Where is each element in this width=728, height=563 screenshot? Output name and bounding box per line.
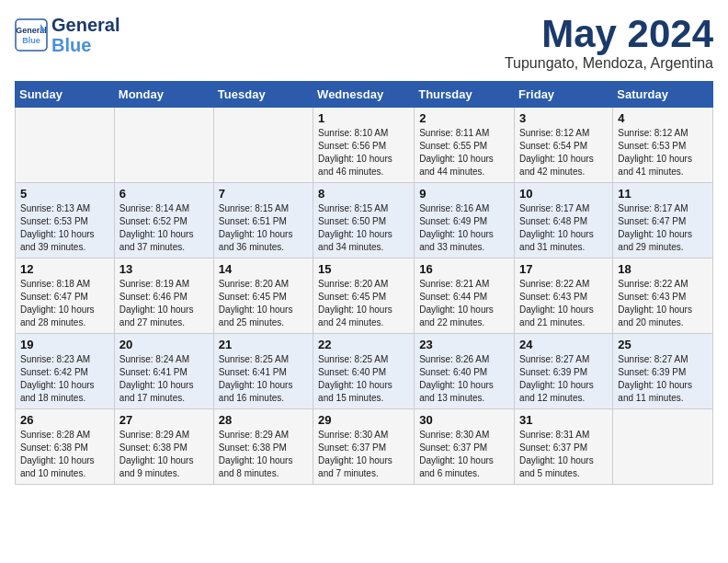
day-number: 24 xyxy=(519,338,608,351)
calendar-cell: 1Sunrise: 8:10 AMSunset: 6:56 PMDaylight… xyxy=(313,108,415,183)
day-info: Sunrise: 8:27 AMSunset: 6:39 PMDaylight:… xyxy=(519,353,608,405)
week-row-4: 19Sunrise: 8:23 AMSunset: 6:42 PMDayligh… xyxy=(16,334,713,409)
calendar-cell: 20Sunrise: 8:24 AMSunset: 6:41 PMDayligh… xyxy=(114,334,213,409)
day-number: 13 xyxy=(119,262,209,276)
day-number: 14 xyxy=(219,262,308,276)
day-info: Sunrise: 8:20 AMSunset: 6:45 PMDaylight:… xyxy=(318,278,409,329)
day-info: Sunrise: 8:12 AMSunset: 6:53 PMDaylight:… xyxy=(618,127,708,178)
day-number: 6 xyxy=(119,187,209,201)
day-number: 17 xyxy=(519,262,608,276)
day-number: 10 xyxy=(519,187,608,201)
calendar-cell: 17Sunrise: 8:22 AMSunset: 6:43 PMDayligh… xyxy=(515,259,613,334)
col-header-monday: Monday xyxy=(114,82,213,108)
day-info: Sunrise: 8:27 AMSunset: 6:39 PMDaylight:… xyxy=(618,353,708,405)
day-info: Sunrise: 8:22 AMSunset: 6:43 PMDaylight:… xyxy=(618,278,708,329)
day-number: 1 xyxy=(318,111,409,125)
week-row-1: 1Sunrise: 8:10 AMSunset: 6:56 PMDaylight… xyxy=(16,108,713,183)
col-header-sunday: Sunday xyxy=(16,82,115,108)
calendar-cell: 4Sunrise: 8:12 AMSunset: 6:53 PMDaylight… xyxy=(613,108,713,183)
calendar-cell: 27Sunrise: 8:29 AMSunset: 6:38 PMDayligh… xyxy=(114,409,213,485)
day-number: 27 xyxy=(119,413,209,427)
col-header-friday: Friday xyxy=(515,82,613,108)
day-info: Sunrise: 8:13 AMSunset: 6:53 PMDaylight:… xyxy=(20,202,109,254)
col-header-saturday: Saturday xyxy=(613,82,713,108)
day-info: Sunrise: 8:31 AMSunset: 6:37 PMDaylight:… xyxy=(519,429,608,480)
day-info: Sunrise: 8:28 AMSunset: 6:38 PMDaylight:… xyxy=(20,429,109,480)
logo-blue: Blue xyxy=(51,35,119,55)
day-number: 11 xyxy=(618,187,708,201)
day-info: Sunrise: 8:24 AMSunset: 6:41 PMDaylight:… xyxy=(119,353,209,405)
day-info: Sunrise: 8:15 AMSunset: 6:50 PMDaylight:… xyxy=(318,202,409,254)
day-info: Sunrise: 8:25 AMSunset: 6:41 PMDaylight:… xyxy=(219,353,308,405)
day-info: Sunrise: 8:30 AMSunset: 6:37 PMDaylight:… xyxy=(318,429,409,480)
day-number: 2 xyxy=(419,111,509,125)
day-number: 30 xyxy=(419,413,509,427)
calendar-cell: 10Sunrise: 8:17 AMSunset: 6:48 PMDayligh… xyxy=(515,183,613,259)
day-number: 20 xyxy=(119,338,209,351)
svg-text:Blue: Blue xyxy=(22,36,40,45)
day-number: 31 xyxy=(519,413,608,427)
calendar-cell: 24Sunrise: 8:27 AMSunset: 6:39 PMDayligh… xyxy=(515,334,613,409)
day-info: Sunrise: 8:15 AMSunset: 6:51 PMDaylight:… xyxy=(219,202,308,254)
day-info: Sunrise: 8:22 AMSunset: 6:43 PMDaylight:… xyxy=(519,278,608,329)
day-number: 21 xyxy=(219,338,308,351)
day-info: Sunrise: 8:29 AMSunset: 6:38 PMDaylight:… xyxy=(119,429,209,480)
logo-icon: General Blue xyxy=(15,18,48,52)
day-number: 23 xyxy=(419,338,509,351)
day-info: Sunrise: 8:19 AMSunset: 6:46 PMDaylight:… xyxy=(119,278,209,329)
calendar-table: SundayMondayTuesdayWednesdayThursdayFrid… xyxy=(15,81,713,485)
day-info: Sunrise: 8:17 AMSunset: 6:47 PMDaylight:… xyxy=(618,202,708,254)
calendar-cell xyxy=(213,108,313,183)
calendar-cell: 5Sunrise: 8:13 AMSunset: 6:53 PMDaylight… xyxy=(16,183,115,259)
day-info: Sunrise: 8:26 AMSunset: 6:40 PMDaylight:… xyxy=(419,353,509,405)
day-info: Sunrise: 8:18 AMSunset: 6:47 PMDaylight:… xyxy=(20,278,109,329)
day-number: 4 xyxy=(618,111,708,125)
calendar-cell: 31Sunrise: 8:31 AMSunset: 6:37 PMDayligh… xyxy=(515,409,613,485)
day-number: 26 xyxy=(20,413,109,427)
calendar-cell: 30Sunrise: 8:30 AMSunset: 6:37 PMDayligh… xyxy=(415,409,515,485)
logo: General Blue General Blue xyxy=(15,15,119,55)
calendar-cell: 16Sunrise: 8:21 AMSunset: 6:44 PMDayligh… xyxy=(415,259,515,334)
calendar-cell: 21Sunrise: 8:25 AMSunset: 6:41 PMDayligh… xyxy=(213,334,313,409)
calendar-cell: 11Sunrise: 8:17 AMSunset: 6:47 PMDayligh… xyxy=(613,183,713,259)
day-info: Sunrise: 8:21 AMSunset: 6:44 PMDaylight:… xyxy=(419,278,509,329)
day-number: 29 xyxy=(318,413,409,427)
day-info: Sunrise: 8:14 AMSunset: 6:52 PMDaylight:… xyxy=(119,202,209,254)
calendar-cell: 6Sunrise: 8:14 AMSunset: 6:52 PMDaylight… xyxy=(114,183,213,259)
week-row-3: 12Sunrise: 8:18 AMSunset: 6:47 PMDayligh… xyxy=(16,259,713,334)
title-block: May 2024 Tupungato, Mendoza, Argentina xyxy=(505,15,713,72)
month-title: May 2024 xyxy=(505,15,713,53)
calendar-cell xyxy=(16,108,115,183)
calendar-cell: 3Sunrise: 8:12 AMSunset: 6:54 PMDaylight… xyxy=(515,108,613,183)
day-number: 8 xyxy=(318,187,409,201)
calendar-cell: 13Sunrise: 8:19 AMSunset: 6:46 PMDayligh… xyxy=(114,259,213,334)
day-number: 9 xyxy=(419,187,509,201)
calendar-cell xyxy=(613,409,713,485)
calendar-cell: 29Sunrise: 8:30 AMSunset: 6:37 PMDayligh… xyxy=(313,409,415,485)
calendar-cell: 12Sunrise: 8:18 AMSunset: 6:47 PMDayligh… xyxy=(16,259,115,334)
day-number: 19 xyxy=(20,338,109,351)
calendar-cell: 25Sunrise: 8:27 AMSunset: 6:39 PMDayligh… xyxy=(613,334,713,409)
day-number: 15 xyxy=(318,262,409,276)
day-number: 7 xyxy=(219,187,308,201)
day-number: 22 xyxy=(318,338,409,351)
calendar-cell: 2Sunrise: 8:11 AMSunset: 6:55 PMDaylight… xyxy=(415,108,515,183)
calendar-cell: 28Sunrise: 8:29 AMSunset: 6:38 PMDayligh… xyxy=(213,409,313,485)
day-info: Sunrise: 8:10 AMSunset: 6:56 PMDaylight:… xyxy=(318,127,409,178)
day-info: Sunrise: 8:23 AMSunset: 6:42 PMDaylight:… xyxy=(20,353,109,405)
calendar-cell: 14Sunrise: 8:20 AMSunset: 6:45 PMDayligh… xyxy=(213,259,313,334)
calendar-cell: 22Sunrise: 8:25 AMSunset: 6:40 PMDayligh… xyxy=(313,334,415,409)
location: Tupungato, Mendoza, Argentina xyxy=(505,55,713,72)
page-header: General Blue General Blue May 2024 Tupun… xyxy=(15,15,713,72)
day-number: 25 xyxy=(618,338,708,351)
col-header-tuesday: Tuesday xyxy=(213,82,313,108)
week-row-5: 26Sunrise: 8:28 AMSunset: 6:38 PMDayligh… xyxy=(16,409,713,485)
calendar-cell xyxy=(114,108,213,183)
calendar-cell: 26Sunrise: 8:28 AMSunset: 6:38 PMDayligh… xyxy=(16,409,115,485)
calendar-cell: 9Sunrise: 8:16 AMSunset: 6:49 PMDaylight… xyxy=(415,183,515,259)
day-info: Sunrise: 8:25 AMSunset: 6:40 PMDaylight:… xyxy=(318,353,409,405)
calendar-cell: 15Sunrise: 8:20 AMSunset: 6:45 PMDayligh… xyxy=(313,259,415,334)
week-row-2: 5Sunrise: 8:13 AMSunset: 6:53 PMDaylight… xyxy=(16,183,713,259)
logo-general: General xyxy=(51,15,119,35)
calendar-cell: 8Sunrise: 8:15 AMSunset: 6:50 PMDaylight… xyxy=(313,183,415,259)
